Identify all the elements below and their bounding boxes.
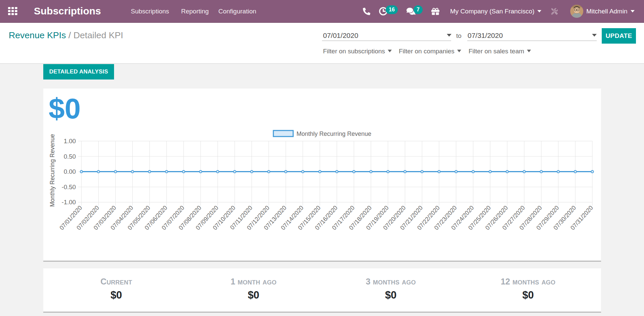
svg-text:1.00: 1.00	[64, 138, 76, 145]
svg-text:0.50: 0.50	[64, 153, 76, 160]
svg-text:0.00: 0.00	[64, 168, 76, 175]
svg-text:-1.00: -1.00	[62, 199, 76, 206]
svg-text:Monthly Recurring Revenue: Monthly Recurring Revenue	[49, 134, 56, 207]
svg-text:Monthly Recurring Revenue: Monthly Recurring Revenue	[297, 130, 371, 137]
svg-text:-0.50: -0.50	[62, 183, 76, 191]
svg-text:$0: $0	[49, 92, 81, 124]
